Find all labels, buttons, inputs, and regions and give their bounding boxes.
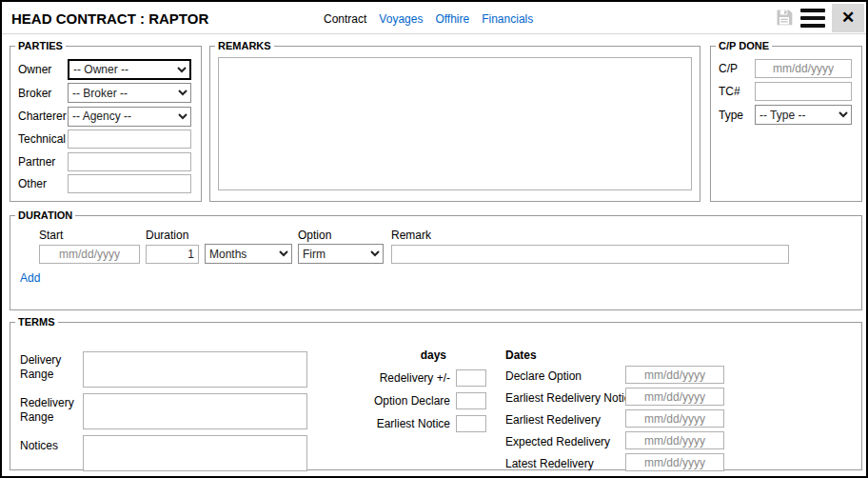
notices-textarea[interactable]	[83, 435, 307, 471]
tc-label: TC#	[719, 85, 755, 98]
latest-redelivery-row: Latest Redelivery	[505, 453, 724, 475]
tc-number-input[interactable]	[755, 82, 852, 101]
save-icon	[775, 8, 794, 30]
option-declare-row: Option Declare	[353, 392, 486, 409]
remarks-textarea[interactable]	[218, 57, 692, 190]
declare-option-row: Declare Option	[505, 366, 724, 388]
terms-section: TERMS Delivery Range Redelivery Range No…	[10, 316, 862, 470]
tab-offhire[interactable]: Offhire	[435, 12, 469, 26]
delivery-range-textarea[interactable]	[83, 351, 307, 388]
partner-row: Partner	[18, 152, 193, 171]
expected-redelivery-row: Expected Redelivery	[505, 431, 724, 453]
cp-date-input[interactable]	[755, 59, 852, 78]
other-input[interactable]	[68, 174, 191, 193]
declare-option-label: Declare Option	[505, 369, 582, 383]
owner-label: Owner	[18, 63, 68, 76]
earliest-redelivery-notice-label: Earliest Redelivery Notice	[505, 391, 636, 405]
duration-legend: DURATION	[15, 209, 75, 221]
duration-unit-select[interactable]: Months	[205, 244, 292, 264]
earliest-redelivery-notice-date-input[interactable]	[625, 388, 724, 406]
other-row: Other	[18, 174, 193, 193]
page-title: HEAD CONTRACT : RAPTOR	[11, 10, 208, 27]
remark-column-header: Remark	[391, 229, 789, 242]
expected-redelivery-label: Expected Redelivery	[505, 435, 610, 448]
latest-redelivery-date-input[interactable]	[625, 453, 724, 471]
head-contract-window: HEAD CONTRACT : RAPTOR Contract Voyages …	[0, 0, 868, 478]
option-declare-label: Option Declare	[374, 394, 450, 408]
earliest-redelivery-date-input[interactable]	[625, 409, 724, 428]
tab-contract[interactable]: Contract	[324, 12, 366, 26]
header-icons: ✕	[775, 4, 864, 32]
owner-row: Owner -- Owner --	[18, 59, 193, 80]
save-button[interactable]	[775, 8, 794, 30]
nav-tabs: Contract Voyages Offhire Financials	[324, 12, 533, 26]
menu-button[interactable]	[800, 9, 825, 28]
broker-select[interactable]: -- Broker --	[68, 83, 191, 103]
technical-input[interactable]	[68, 129, 191, 149]
redelivery-plusminus-row: Redelivery +/-	[353, 369, 486, 387]
tc-number-row: TC#	[719, 82, 854, 101]
earliest-redelivery-row: Earliest Redelivery	[505, 409, 724, 431]
menu-icon	[800, 9, 825, 28]
type-label: Type	[719, 109, 755, 122]
earliest-redelivery-label: Earliest Redelivery	[505, 413, 601, 427]
duration-section: DURATION Start Duration Option Remark Mo…	[10, 209, 862, 310]
redelivery-range-textarea[interactable]	[83, 393, 307, 429]
terms-legend: TERMS	[15, 316, 58, 328]
earliest-notice-label: Earliest Notice	[377, 417, 450, 430]
earliest-notice-row: Earliest Notice	[353, 415, 486, 432]
remarks-section: REMARKS	[209, 40, 700, 202]
cp-label: C/P	[719, 62, 755, 75]
owner-select[interactable]: -- Owner --	[68, 59, 191, 80]
start-column-header: Start	[39, 229, 140, 242]
cp-date-row: C/P	[719, 59, 854, 78]
charterer-label: Charterer	[18, 110, 68, 123]
notices-label: Notices	[20, 439, 79, 453]
broker-row: Broker -- Broker --	[18, 83, 193, 103]
other-label: Other	[18, 177, 68, 190]
days-column: days Redelivery +/- Option Declare Earli…	[353, 349, 486, 432]
duration-value-input[interactable]	[146, 245, 199, 264]
option-declare-input[interactable]	[456, 392, 486, 409]
tab-financials[interactable]: Financials	[482, 12, 533, 26]
duration-header-row: Start Duration Option Remark	[18, 229, 854, 242]
latest-redelivery-label: Latest Redelivery	[505, 457, 594, 470]
charterer-row: Charterer -- Agency --	[18, 107, 193, 127]
option-column-header: Option	[298, 229, 384, 242]
duration-remark-input[interactable]	[391, 245, 789, 264]
cp-done-legend: C/P DONE	[716, 40, 772, 51]
earliest-redelivery-notice-row: Earliest Redelivery Notice	[505, 388, 724, 409]
redelivery-range-label: Redelivery Range	[20, 396, 79, 425]
cp-done-section: C/P DONE C/P TC# Type -- Type --	[710, 40, 862, 202]
technical-row: Technical	[18, 129, 193, 149]
partner-input[interactable]	[68, 152, 191, 171]
tab-voyages[interactable]: Voyages	[379, 12, 423, 26]
expected-redelivery-date-input[interactable]	[625, 431, 724, 449]
duration-input-row: Months Firm	[18, 244, 854, 264]
partner-label: Partner	[18, 155, 68, 169]
redelivery-plusminus-label: Redelivery +/-	[380, 371, 450, 385]
declare-option-date-input[interactable]	[625, 366, 724, 384]
duration-column-header: Duration	[146, 229, 199, 242]
remarks-legend: REMARKS	[215, 40, 274, 51]
broker-label: Broker	[18, 87, 68, 100]
earliest-notice-input[interactable]	[456, 415, 486, 432]
duration-start-input[interactable]	[39, 245, 140, 264]
close-button[interactable]: ✕	[832, 4, 864, 32]
add-duration-link[interactable]: Add	[20, 271, 40, 285]
type-row: Type -- Type --	[719, 105, 854, 125]
dates-header: Dates	[505, 349, 724, 366]
charterer-select[interactable]: -- Agency --	[68, 107, 191, 127]
duration-option-select[interactable]: Firm	[298, 244, 384, 264]
dates-column: Dates Declare Option Earliest Redelivery…	[505, 349, 724, 475]
delivery-range-label: Delivery Range	[20, 353, 79, 382]
parties-section: PARTIES Owner -- Owner -- Broker -- Brok…	[10, 40, 202, 202]
header-bar: HEAD CONTRACT : RAPTOR Contract Voyages …	[2, 2, 866, 34]
parties-legend: PARTIES	[15, 40, 66, 51]
close-icon: ✕	[841, 9, 855, 27]
redelivery-plusminus-input[interactable]	[456, 369, 486, 387]
technical-label: Technical	[18, 132, 68, 146]
days-header: days	[353, 349, 486, 364]
type-select[interactable]: -- Type --	[755, 105, 852, 125]
